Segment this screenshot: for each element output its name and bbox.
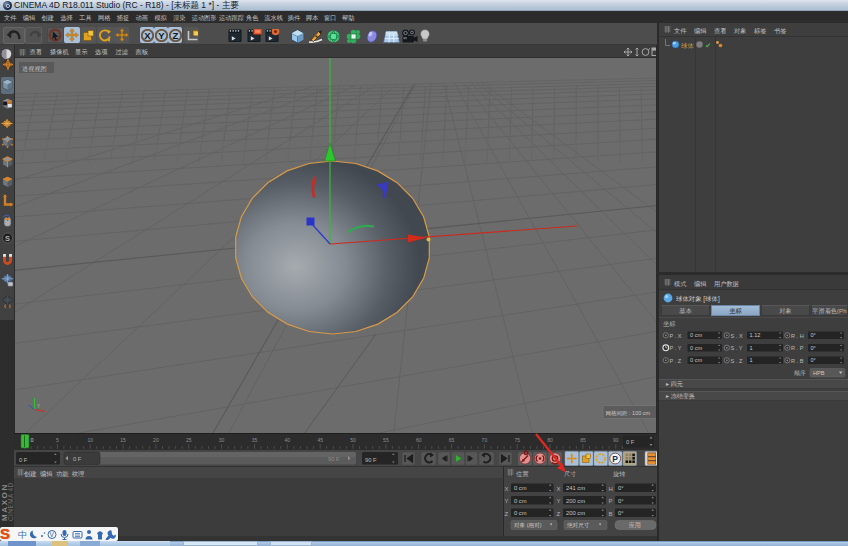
svg-text:S . X: S . X bbox=[731, 333, 743, 339]
svg-text:R . H: R . H bbox=[791, 333, 804, 339]
svg-text:0 cm: 0 cm bbox=[514, 510, 527, 516]
svg-text:15: 15 bbox=[120, 437, 126, 443]
svg-text:顺序: 顺序 bbox=[794, 370, 806, 376]
svg-text:HPB: HPB bbox=[813, 370, 825, 376]
svg-text:B: B bbox=[609, 511, 613, 517]
svg-text:70: 70 bbox=[482, 437, 488, 443]
svg-text:241 cm: 241 cm bbox=[566, 485, 585, 491]
svg-text:S . Z: S . Z bbox=[731, 358, 743, 364]
svg-text:绝对尺寸: 绝对尺寸 bbox=[567, 522, 590, 529]
svg-text:0 cm: 0 cm bbox=[690, 357, 702, 363]
svg-text:200 cm: 200 cm bbox=[566, 510, 585, 516]
svg-text:Z: Z bbox=[172, 29, 178, 40]
svg-text:90 F: 90 F bbox=[365, 457, 377, 463]
svg-text:P: P bbox=[609, 498, 613, 504]
svg-text:X: X bbox=[505, 486, 509, 492]
svg-text:0°: 0° bbox=[618, 485, 624, 491]
svg-text:90: 90 bbox=[613, 437, 619, 443]
svg-text:0 F: 0 F bbox=[73, 456, 82, 462]
svg-text:Y: Y bbox=[37, 404, 40, 409]
svg-text:5: 5 bbox=[56, 437, 59, 443]
svg-text:60: 60 bbox=[416, 437, 422, 443]
svg-text:0 cm: 0 cm bbox=[514, 485, 527, 491]
svg-text:200 cm: 200 cm bbox=[566, 498, 585, 504]
svg-text:R . P: R . P bbox=[791, 345, 804, 351]
svg-text:1: 1 bbox=[750, 345, 753, 351]
svg-text:55: 55 bbox=[383, 437, 389, 443]
svg-text:90 F: 90 F bbox=[328, 456, 340, 462]
svg-text:X: X bbox=[144, 29, 151, 40]
svg-text:20: 20 bbox=[153, 437, 159, 443]
svg-text:25: 25 bbox=[186, 437, 192, 443]
svg-text:0 F: 0 F bbox=[19, 457, 28, 463]
svg-text:Y: Y bbox=[158, 29, 165, 40]
svg-text:Y: Y bbox=[557, 498, 561, 504]
svg-text:网格间距 : 100 cm: 网格间距 : 100 cm bbox=[606, 410, 651, 417]
svg-text:0 cm: 0 cm bbox=[514, 498, 527, 504]
svg-text:Z: Z bbox=[505, 511, 509, 517]
svg-text:S . Y: S . Y bbox=[731, 345, 743, 351]
svg-text:0 cm: 0 cm bbox=[690, 332, 702, 338]
svg-text:Y: Y bbox=[505, 498, 509, 504]
svg-text:45: 45 bbox=[317, 437, 323, 443]
svg-text:1: 1 bbox=[750, 357, 753, 363]
svg-text:Z: Z bbox=[557, 511, 561, 517]
svg-text:中: 中 bbox=[18, 530, 27, 540]
svg-text:0°: 0° bbox=[811, 332, 816, 338]
svg-text:R . B: R . B bbox=[791, 358, 804, 364]
svg-text:30: 30 bbox=[219, 437, 225, 443]
svg-text:S: S bbox=[4, 234, 9, 243]
svg-text:0°: 0° bbox=[618, 498, 624, 504]
svg-text:应用: 应用 bbox=[629, 522, 641, 529]
svg-text:65: 65 bbox=[449, 437, 455, 443]
svg-text:球体: 球体 bbox=[681, 42, 694, 49]
svg-text:0°: 0° bbox=[618, 510, 624, 516]
svg-text:X: X bbox=[557, 486, 561, 492]
svg-text:P . Y: P . Y bbox=[670, 345, 682, 351]
svg-text:0°: 0° bbox=[811, 345, 816, 351]
svg-text:V: V bbox=[50, 531, 55, 538]
svg-text:P . Z: P . Z bbox=[670, 358, 682, 364]
svg-text:0 F: 0 F bbox=[626, 439, 635, 445]
svg-text:H: H bbox=[609, 486, 613, 492]
svg-text:0°: 0° bbox=[811, 357, 816, 363]
svg-text:P: P bbox=[612, 454, 618, 464]
svg-text:10: 10 bbox=[87, 437, 93, 443]
svg-text:对象 (相对): 对象 (相对) bbox=[514, 522, 542, 529]
svg-text:透视视图: 透视视图 bbox=[22, 65, 47, 73]
svg-text:35: 35 bbox=[252, 437, 258, 443]
svg-text:0 cm: 0 cm bbox=[690, 345, 702, 351]
svg-text:50: 50 bbox=[350, 437, 356, 443]
svg-text:40: 40 bbox=[285, 437, 291, 443]
svg-text:P . X: P . X bbox=[670, 333, 682, 339]
svg-text:1.12: 1.12 bbox=[750, 332, 761, 338]
svg-text:0: 0 bbox=[31, 437, 34, 443]
